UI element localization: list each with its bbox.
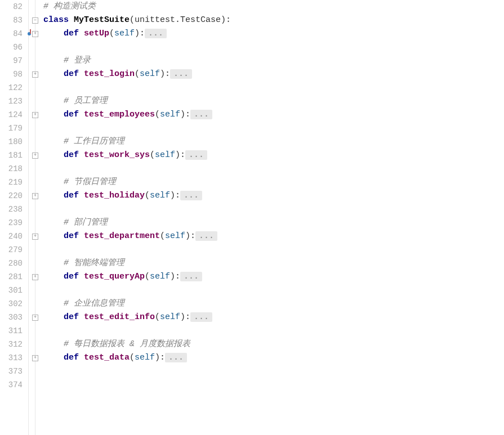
code-line[interactable]: class MyTestSuite(unittest.TestCase): (43, 14, 504, 27)
token-kw: def (64, 191, 84, 200)
token-param: self (114, 29, 135, 38)
code-line[interactable] (43, 41, 504, 54)
expand-fold-icon[interactable] (32, 234, 38, 240)
token-punct: ): (170, 191, 180, 200)
line-number: 180 (0, 135, 26, 149)
token-folded: ... (195, 231, 217, 241)
token-punct: ( (150, 150, 155, 160)
fold-gutter (29, 0, 42, 435)
code-line[interactable]: def test_holiday(self):... (43, 189, 504, 203)
code-line[interactable] (43, 243, 504, 257)
token-kw: def (64, 231, 84, 241)
token-comment: # 工作日历管理 (64, 137, 124, 146)
code-line[interactable]: # 构造测试类 (43, 0, 504, 14)
token-comment: # 部门管理 (64, 218, 108, 227)
code-line[interactable]: def setUp(self):... (43, 27, 504, 41)
change-marker-icon (30, 29, 31, 34)
line-number: 84 (0, 27, 26, 41)
token-folded: ... (180, 191, 202, 200)
expand-fold-icon[interactable] (32, 31, 38, 37)
code-editor[interactable]: 8283849697981221231241791801812182192202… (0, 0, 504, 435)
collapse-fold-icon[interactable] (32, 17, 38, 24)
token-punct: ): (160, 69, 170, 79)
code-line[interactable]: def test_work_sys(self):... (43, 149, 504, 162)
code-line[interactable] (43, 81, 504, 95)
token-folded: ... (190, 312, 212, 322)
code-line[interactable] (43, 203, 504, 216)
code-line[interactable]: # 部门管理 (43, 216, 504, 230)
token-param: self (150, 191, 170, 200)
expand-fold-icon[interactable] (32, 193, 38, 199)
line-number: 313 (0, 351, 26, 365)
token-comment: # 员工管理 (64, 96, 108, 106)
code-line[interactable]: def test_login(self):... (43, 68, 504, 81)
token-comment: # 构造测试类 (43, 2, 96, 11)
code-line[interactable]: # 每日数据报表 & 月度数据报表 (43, 338, 504, 351)
code-line[interactable] (43, 365, 504, 378)
code-line[interactable]: def test_department(self):... (43, 230, 504, 243)
line-number: 280 (0, 257, 26, 270)
token-punct: ( (130, 353, 135, 362)
code-line[interactable] (43, 378, 504, 392)
token-kw: def (64, 110, 84, 119)
code-line[interactable]: def test_queryAp(self):... (43, 270, 504, 284)
fold-guide-line (35, 0, 35, 435)
code-line[interactable]: def test_edit_info(self):... (43, 311, 504, 324)
token-folded: ... (145, 29, 167, 38)
token-param: self (150, 272, 170, 281)
line-number-gutter: 8283849697981221231241791801812182192202… (0, 0, 29, 435)
token-kw: def (64, 29, 84, 38)
token-param: self (135, 353, 155, 362)
line-number: 181 (0, 149, 26, 162)
token-kw: def (64, 272, 84, 281)
code-line[interactable] (43, 284, 504, 297)
code-line[interactable]: # 智能终端管理 (43, 257, 504, 270)
token-folded: ... (165, 353, 187, 362)
token-punct: ): (135, 29, 145, 38)
line-number: 122 (0, 81, 26, 95)
token-folded: ... (170, 69, 192, 79)
token-kw: def (64, 353, 84, 362)
code-line[interactable]: # 登录 (43, 54, 504, 68)
code-line[interactable]: # 企业信息管理 (43, 297, 504, 311)
code-line[interactable] (43, 324, 504, 338)
expand-fold-icon[interactable] (32, 355, 38, 361)
expand-fold-icon[interactable] (32, 153, 38, 159)
token-fn: test_login (84, 69, 135, 79)
token-fn: test_employees (84, 110, 155, 119)
token-param: self (160, 312, 180, 322)
line-number: 98 (0, 68, 26, 81)
token-punct: ( (155, 312, 160, 322)
code-line[interactable]: # 工作日历管理 (43, 135, 504, 149)
code-line[interactable]: # 员工管理 (43, 95, 504, 108)
code-area[interactable]: # 构造测试类class MyTestSuite(unittest.TestCa… (42, 0, 504, 435)
line-number: 220 (0, 189, 26, 203)
token-punct: ( (155, 110, 160, 119)
token-punct: ( (145, 191, 150, 200)
line-number: 302 (0, 297, 26, 311)
token-cls: MyTestSuite (74, 15, 130, 25)
expand-fold-icon[interactable] (32, 112, 38, 118)
code-line[interactable]: def test_employees(self):... (43, 108, 504, 122)
line-number: 238 (0, 203, 26, 216)
code-line[interactable]: # 节假日管理 (43, 176, 504, 189)
line-number: 281 (0, 270, 26, 284)
expand-fold-icon[interactable] (32, 315, 38, 321)
line-number: 83 (0, 14, 26, 27)
line-number: 373 (0, 365, 26, 378)
line-number: 301 (0, 284, 26, 297)
code-line[interactable] (43, 162, 504, 176)
token-kw: class (43, 15, 74, 25)
code-line[interactable] (43, 122, 504, 135)
token-comment: # 每日数据报表 & 月度数据报表 (64, 339, 190, 349)
line-number: 279 (0, 243, 26, 257)
line-number: 239 (0, 216, 26, 230)
code-line[interactable]: def test_data(self):... (43, 351, 504, 365)
token-fn: setUp (84, 29, 109, 38)
expand-fold-icon[interactable] (32, 71, 38, 78)
line-number: 374 (0, 378, 26, 392)
token-fn: test_data (84, 353, 130, 362)
expand-fold-icon[interactable] (32, 274, 38, 280)
line-number: 179 (0, 122, 26, 135)
token-punct: ): (180, 110, 190, 119)
